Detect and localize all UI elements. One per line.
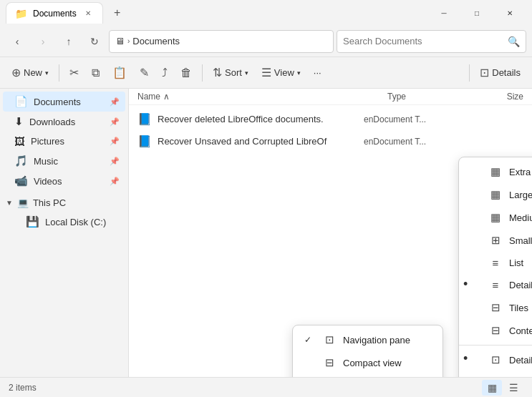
view-dropdown-menu: ▦Extra large icons▦Large icons▦Medium ic…	[458, 157, 532, 377]
search-input[interactable]	[343, 36, 505, 46]
new-dropdown-icon: ▾	[45, 69, 49, 77]
file-name: Recover deleted LibreOffice documents.	[158, 114, 358, 124]
sort-arrow: ∧	[163, 92, 170, 102]
view-menu-item-medium-icons[interactable]: ▦Medium icons	[459, 206, 532, 229]
music-icon: 🎵	[14, 155, 28, 167]
window-controls: ─ □ ✕	[427, 0, 526, 26]
label-content: Content	[509, 325, 532, 336]
search-box[interactable]: 🔍	[337, 30, 526, 53]
file-item[interactable]: 📘Recover deleted LibreOffice documents.e…	[129, 108, 532, 130]
file-list: 📘Recover deleted LibreOffice documents.e…	[129, 105, 532, 155]
pin-icon: 📌	[110, 97, 120, 107]
this-pc-section: ▼ 💻 This PC 💾 Local Disk (C:)	[0, 194, 128, 232]
file-icon: 📘	[137, 112, 152, 126]
toolbar: ⊕ New ▾ ✂ ⧉ 📋 ✎ ⤴ 🗑 ⇅ Sort ▾ ☰ View ▾ ··…	[0, 57, 532, 89]
grid-view-toggle[interactable]: ▦	[482, 380, 502, 396]
show-submenu-item-nav-pane[interactable]: ✓⊡Navigation pane	[293, 328, 442, 351]
sort-button[interactable]: ⇅ Sort ▾	[207, 62, 254, 84]
documents-tab[interactable]: 📁 Documents ✕	[6, 2, 103, 24]
content-header: Name ∧ Type Size	[129, 89, 532, 105]
file-item[interactable]: 📘Recover Unsaved and Corrupted LibreOfen…	[129, 130, 532, 152]
sidebar-item-documents[interactable]: 📄Documents📌	[3, 92, 125, 112]
maximize-button[interactable]: □	[460, 0, 493, 26]
close-button[interactable]: ✕	[493, 0, 526, 26]
view-menu-item-list[interactable]: ≡List	[459, 252, 532, 274]
icon-compact-view: ⊟	[323, 356, 336, 369]
view-menu-item-large-icons[interactable]: ▦Large icons	[459, 183, 532, 206]
label-medium-icons: Medium icons	[509, 212, 532, 223]
documents-label: Documents	[34, 97, 104, 107]
pin-icon: 📌	[110, 137, 120, 146]
tab-folder-icon: 📁	[15, 8, 27, 19]
paste-icon: 📋	[112, 66, 127, 79]
sidebar-item-videos[interactable]: 📹Videos📌	[3, 171, 125, 191]
more-button[interactable]: ···	[308, 62, 327, 84]
share-button[interactable]: ⤴	[156, 62, 173, 84]
copy-button[interactable]: ⧉	[86, 62, 105, 84]
cut-button[interactable]: ✂	[64, 62, 84, 84]
icon-details-pane: ⊡	[489, 353, 502, 366]
delete-button[interactable]: 🗑	[175, 62, 198, 84]
detail-view-toggle[interactable]: ☰	[503, 380, 523, 396]
icon-extra-large-icons: ▦	[489, 165, 502, 178]
tab-close-button[interactable]: ✕	[82, 8, 94, 19]
view-menu-item-small-icons[interactable]: ⊞Small icons	[459, 229, 532, 252]
path-segment: Documents	[132, 36, 180, 46]
view-menu-item-tiles[interactable]: ⊟Tiles	[459, 296, 532, 319]
new-label: New	[24, 67, 42, 78]
view-icon: ☰	[261, 66, 271, 79]
more-icon: ···	[314, 67, 321, 78]
sidebar-item-this-pc[interactable]: ▼ 💻 This PC	[0, 194, 128, 212]
view-label: View	[274, 67, 294, 78]
label-compact-view: Compact view	[343, 358, 431, 368]
view-dropdown-icon: ▾	[297, 69, 301, 77]
up-button[interactable]: ↑	[57, 30, 80, 53]
file-type: enDocument T...	[364, 137, 450, 147]
pin-icon: 📌	[110, 157, 120, 166]
sidebar-item-pictures[interactable]: 🖼Pictures📌	[3, 132, 125, 151]
view-menu-item-extra-large-icons[interactable]: ▦Extra large icons	[459, 160, 532, 183]
tab-area: 📁 Documents ✕ +	[6, 2, 427, 24]
file-type: enDocument T...	[364, 114, 450, 124]
share-icon: ⤴	[162, 67, 168, 79]
view-menu-item-preview-pane[interactable]: ⊡Preview pane	[459, 371, 532, 377]
pictures-label: Pictures	[31, 136, 104, 147]
address-bar: ‹ › ↑ ↻ 🖥 › Documents 🔍	[0, 26, 532, 57]
path-chevron: ›	[127, 37, 130, 45]
show-submenu-item-item-check[interactable]: ⊡Item check boxes	[293, 374, 442, 377]
sidebar: 📄Documents📌⬇Downloads📌🖼Pictures📌🎵Music📌📹…	[0, 89, 129, 377]
details-button[interactable]: ⊡ Details	[474, 62, 526, 84]
separator-3	[469, 64, 470, 82]
icon-tiles: ⊟	[489, 301, 502, 314]
address-path[interactable]: 🖥 › Documents	[109, 30, 334, 53]
view-menu-item-details[interactable]: ≡Details	[459, 274, 532, 296]
videos-label: Videos	[34, 176, 104, 187]
paste-button[interactable]: 📋	[107, 62, 132, 84]
cut-icon: ✂	[69, 66, 79, 79]
file-name: Recover Unsaved and Corrupted LibreOf	[158, 136, 358, 147]
view-button[interactable]: ☰ View ▾	[256, 62, 306, 84]
sidebar-item-local-disk[interactable]: 💾 Local Disk (C:)	[3, 212, 125, 232]
view-menu-item-content[interactable]: ⊟Content	[459, 319, 532, 342]
icon-nav-pane: ⊡	[323, 333, 336, 346]
icon-large-icons: ▦	[489, 188, 502, 201]
view-menu-item-details-pane[interactable]: ⊡Details pane	[459, 348, 532, 371]
forward-button[interactable]: ›	[32, 30, 54, 53]
back-button[interactable]: ‹	[6, 30, 29, 53]
sidebar-item-music[interactable]: 🎵Music📌	[3, 151, 125, 171]
videos-icon: 📹	[14, 175, 28, 187]
label-extra-large-icons: Extra large icons	[509, 167, 532, 177]
icon-content: ⊟	[489, 324, 502, 337]
refresh-button[interactable]: ↻	[83, 30, 106, 53]
sidebar-item-downloads[interactable]: ⬇Downloads📌	[3, 112, 125, 132]
icon-list: ≡	[489, 257, 502, 269]
rename-icon: ✎	[140, 66, 149, 79]
view-icon: 🖥	[115, 36, 125, 46]
rename-button[interactable]: ✎	[134, 62, 155, 84]
minimize-button[interactable]: ─	[427, 0, 460, 26]
local-disk-label: Local Disk (C:)	[45, 217, 120, 227]
new-button[interactable]: ⊕ New ▾	[6, 62, 54, 84]
new-tab-button[interactable]: +	[107, 3, 127, 23]
show-submenu-item-compact-view[interactable]: ⊟Compact view	[293, 351, 442, 374]
col-type: Type	[387, 92, 480, 102]
